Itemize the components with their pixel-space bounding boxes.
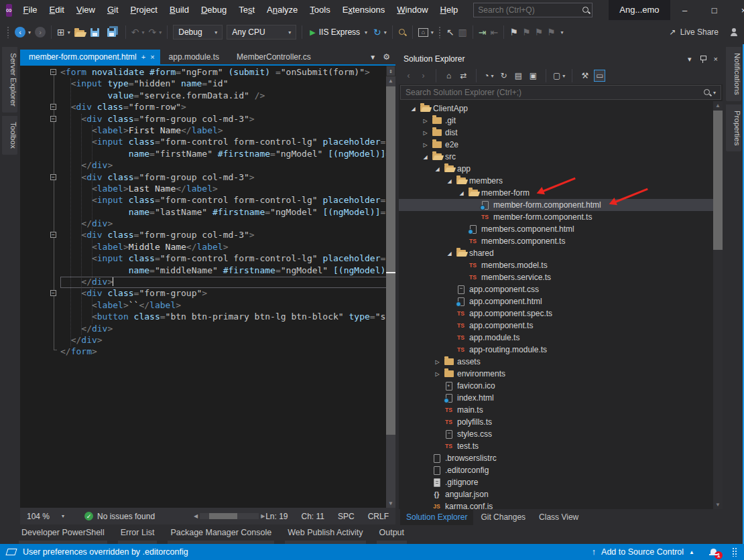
clear-bookmarks-button[interactable]: ⚑ (545, 24, 558, 40)
new-project-button[interactable]: ⊞▾ (55, 24, 72, 40)
menu-tools[interactable]: Tools (304, 0, 336, 20)
tree-item-member-form-component-ts[interactable]: TSmember-form.component.ts (399, 211, 723, 223)
chevron-collapsed-icon[interactable] (420, 118, 430, 124)
open-file-button[interactable] (72, 24, 86, 40)
tree-item-browserslistrc[interactable]: .browserslistrc (399, 452, 723, 464)
tree-item-app-component-css[interactable]: app.component.css (399, 283, 723, 295)
code-line-2[interactable]: <input type="hidden" name="id" (20, 78, 395, 90)
tree-item-polyfills-ts[interactable]: TSpolyfills.ts (399, 416, 723, 428)
code-line-23[interactable]: </div> (20, 324, 395, 335)
code-line-10[interactable]: <div class="form-group col-md-3"> (20, 172, 395, 184)
dock-tab-server-explorer[interactable]: Server Explorer (2, 47, 17, 113)
refresh-icon[interactable]: ↻ (498, 70, 509, 82)
hscroll-track[interactable] (200, 513, 259, 519)
navigate-forward-button[interactable]: › (33, 24, 48, 40)
search-icon[interactable] (582, 6, 588, 15)
code-line-5[interactable]: <div class="form-group col-md-3"> (20, 114, 395, 125)
quick-search-input[interactable] (478, 5, 582, 15)
chevron-expanded-icon[interactable] (408, 106, 418, 112)
scroll-left-icon[interactable]: ◀ (194, 513, 198, 519)
code-line-15[interactable]: <div class="form-group col-md-3"> (20, 230, 395, 241)
toggle-bookmark-button[interactable]: ⚑ (507, 24, 520, 40)
tree-item-test-ts[interactable]: TStest.ts (399, 440, 723, 452)
select-element-button[interactable]: ↖ (444, 24, 456, 40)
code-line-20[interactable]: <div class="form-group"> (20, 288, 395, 299)
pin-tab-icon[interactable]: + (141, 53, 145, 61)
code-line-18[interactable]: name="middleName" #firstname="ngModel" [… (20, 265, 395, 277)
bottom-tab-output[interactable]: Output (378, 527, 406, 544)
hscroll-thumb[interactable] (209, 513, 237, 519)
menu-help[interactable]: Help (434, 0, 464, 20)
menu-build[interactable]: Build (164, 0, 195, 20)
panel-tab-git-changes[interactable]: Git Changes (475, 509, 532, 525)
tree-item-main-ts[interactable]: TSmain.ts (399, 404, 723, 416)
spaces-indicator[interactable]: SPC (338, 512, 355, 521)
collapse-all-icon[interactable]: ▤ (513, 70, 524, 82)
search-options-icon[interactable]: ▾ (713, 90, 716, 96)
code-line-9[interactable]: </div> (20, 160, 395, 171)
editor-vertical-scrollbar[interactable]: ▲ ▼ (386, 76, 395, 508)
fold-collapse-icon[interactable] (50, 116, 56, 122)
tree-item-shared[interactable]: shared (399, 247, 723, 259)
tree-item-gitignore[interactable]: .gitignore (399, 476, 723, 488)
editor-splitter-handle[interactable]: ⇕ (386, 66, 395, 76)
bottom-tab-developer-powershell[interactable]: Developer PowerShell (20, 527, 106, 544)
fold-collapse-icon[interactable] (50, 174, 56, 180)
code-line-1[interactable]: <form novalidate #form="ngForm" (submit)… (20, 67, 395, 78)
tree-item-src[interactable]: src (399, 151, 723, 163)
menu-view[interactable]: View (70, 0, 101, 20)
view-scope-icon[interactable]: ▢▾ (553, 70, 565, 82)
zoom-dropdown[interactable]: 104 %▾ (27, 512, 70, 521)
scroll-right-icon[interactable]: ▶ (261, 513, 265, 519)
chevron-expanded-icon[interactable] (420, 154, 430, 160)
tree-item-app-component-html[interactable]: app.component.html (399, 295, 723, 307)
decrease-indent-button[interactable]: ⇤ (489, 24, 501, 40)
solution-explorer-search-box[interactable]: ▾ (400, 85, 721, 100)
tree-item-angular-json[interactable]: {}angular.json (399, 488, 723, 500)
panel-options-icon[interactable]: ▾ (688, 55, 692, 64)
minimize-button[interactable]: – (670, 0, 700, 20)
tree-item-karma-conf-js[interactable]: JSkarma.conf.js (399, 500, 723, 509)
tree-item-members-component-html[interactable]: members.component.html (399, 223, 723, 235)
tree-item-e2e[interactable]: e2e (399, 139, 723, 151)
scroll-down-icon[interactable]: ▼ (386, 499, 395, 508)
bottom-tab-web-publish-activity[interactable]: Web Publish Activity (286, 527, 364, 544)
feedback-button[interactable] (728, 24, 740, 40)
menu-edit[interactable]: Edit (44, 0, 70, 20)
tree-item-app-routing-module-ts[interactable]: TSapp-routing.module.ts (399, 344, 723, 356)
toolbar-grip[interactable] (438, 26, 442, 38)
menu-git[interactable]: Git (101, 0, 125, 20)
code-line-7[interactable]: <input class="form-control form-control-… (20, 137, 395, 148)
refresh-button[interactable]: ↻▾ (371, 24, 389, 40)
column-indicator[interactable]: Ch: 11 (302, 512, 324, 521)
redo-button[interactable]: ↷▾ (147, 24, 164, 40)
chevron-collapsed-icon[interactable] (420, 142, 430, 148)
menu-analyze[interactable]: Analyze (261, 0, 304, 20)
solution-platform-dropdown[interactable]: Any CPU▾ (227, 25, 296, 40)
tree-item-app-component-ts[interactable]: TSapp.component.ts (399, 320, 723, 332)
code-line-8[interactable]: name="firstName" #firstname="ngModel" [(… (20, 149, 395, 160)
close-tab-icon[interactable]: × (150, 53, 154, 61)
scrollbar-thumb[interactable] (713, 111, 723, 250)
editor-tab-app-module-ts[interactable]: app.module.ts (160, 50, 228, 64)
scroll-up-icon[interactable]: ▲ (713, 101, 723, 110)
quick-search-box[interactable] (473, 3, 593, 17)
increase-indent-button[interactable]: ⇥ (477, 24, 489, 40)
chevron-collapsed-icon[interactable] (420, 130, 430, 136)
fold-collapse-icon[interactable] (50, 232, 56, 238)
panel-tab-class-view[interactable]: Class View (533, 509, 584, 525)
chevron-collapsed-icon[interactable] (432, 359, 442, 365)
tree-item-clientapp[interactable]: ClientApp (399, 102, 723, 115)
properties-icon[interactable]: ⚒ (579, 70, 591, 82)
tree-item-git[interactable]: .git (399, 115, 723, 127)
tree-item-editorconfig[interactable]: .editorconfig (399, 464, 723, 476)
tree-vertical-scrollbar[interactable]: ▲ ▼ (713, 101, 723, 509)
search-icon[interactable] (703, 88, 712, 97)
dock-tab-properties[interactable]: Properties (726, 104, 741, 151)
chevron-collapsed-icon[interactable] (432, 371, 442, 377)
code-line-6[interactable]: <label>First Name</label> (20, 125, 395, 137)
previous-bookmark-button[interactable]: ⚑ (520, 24, 533, 40)
back-icon[interactable]: ‹ (403, 70, 414, 82)
tree-item-members-service-ts[interactable]: TSmembers.service.ts (399, 271, 723, 283)
editor-horizontal-scrollbar[interactable]: ◀ ▶ (194, 513, 265, 519)
